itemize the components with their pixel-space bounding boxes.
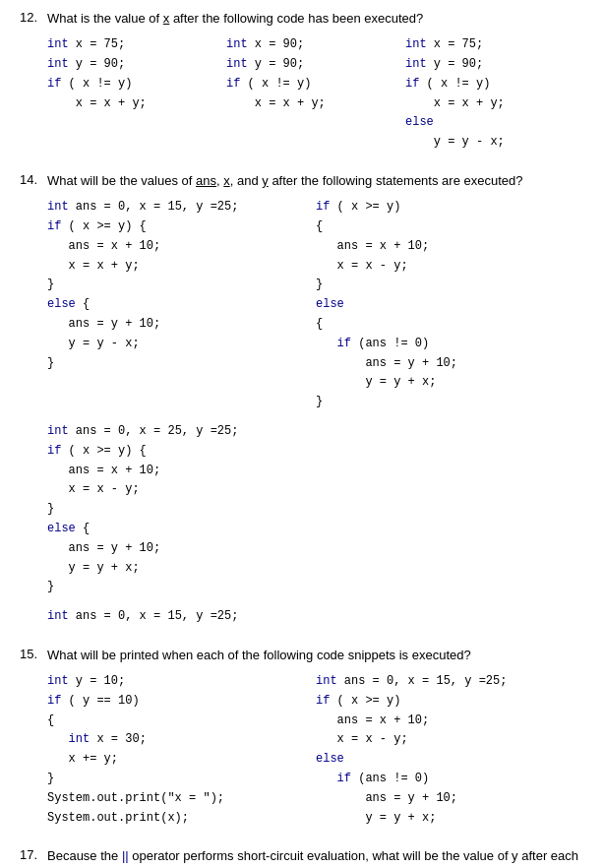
q15-col1: int y = 10; if ( y == 10) { int x = 30; … <box>47 672 316 828</box>
q12-code: int x = 75; int y = 90; if ( x != y) x =… <box>47 35 584 153</box>
q14-text: What will be the values of ans, x, and y… <box>47 172 522 190</box>
q15-number: 15. <box>20 647 47 664</box>
q12-text: What is the value of x after the followi… <box>47 10 423 28</box>
q15-code: int y = 10; if ( y == 10) { int x = 30; … <box>47 672 584 828</box>
q17-text: Because the || operator performs short-c… <box>47 847 584 868</box>
q14-col4 <box>316 422 584 597</box>
question-15: 15. What will be printed when each of th… <box>20 647 584 829</box>
q15-text: What will be printed when each of the fo… <box>47 647 471 664</box>
q14-col5: int ans = 0, x = 15, y =25; <box>47 607 316 627</box>
q12-col1: int x = 75; int y = 90; if ( x != y) x =… <box>47 35 226 153</box>
question-14: 14. What will be the values of ans, x, a… <box>20 172 584 627</box>
q14-col6 <box>316 607 584 627</box>
q14-code-top: int ans = 0, x = 15, y =25; if ( x >= y)… <box>47 198 584 412</box>
q12-col3: int x = 75; int y = 90; if ( x != y) x =… <box>405 35 584 153</box>
q14-col1: int ans = 0, x = 15, y =25; if ( x >= y)… <box>47 198 316 412</box>
q12-col2: int x = 90; int y = 90; if ( x != y) x =… <box>226 35 405 153</box>
q17-number: 17. <box>20 847 47 868</box>
q14-code-bot: int ans = 0, x = 15, y =25; <box>47 607 584 627</box>
q15-col2: int ans = 0, x = 15, y =25; if ( x >= y)… <box>316 672 584 828</box>
question-17: 17. Because the || operator performs sho… <box>20 847 584 868</box>
q14-code-mid: int ans = 0, x = 25, y =25; if ( x >= y)… <box>47 422 584 597</box>
q12-number: 12. <box>20 10 47 28</box>
q14-col2: if ( x >= y) { ans = x + 10; x = x - y; … <box>316 198 584 412</box>
q14-number: 14. <box>20 172 47 190</box>
q14-col3: int ans = 0, x = 25, y =25; if ( x >= y)… <box>47 422 316 597</box>
question-12: 12. What is the value of x after the fol… <box>20 10 584 153</box>
